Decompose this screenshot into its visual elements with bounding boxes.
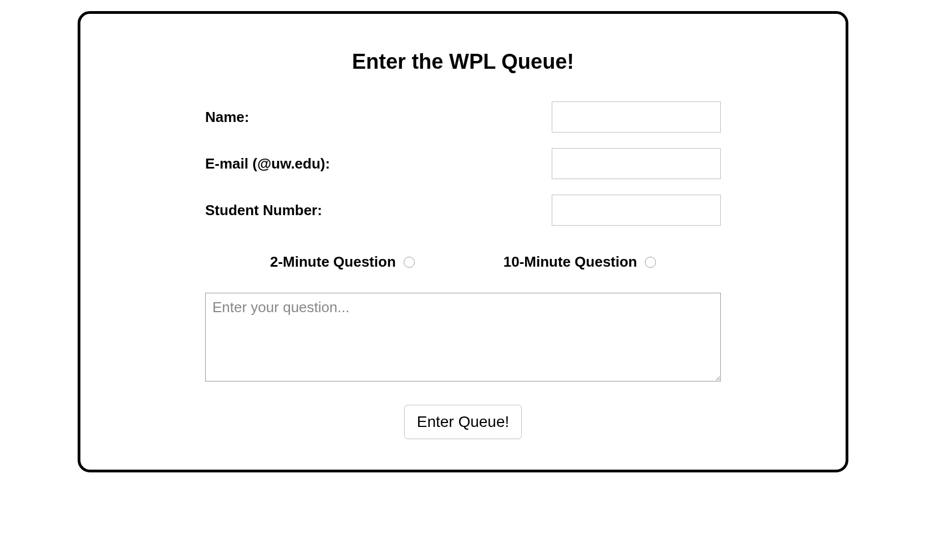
email-input[interactable]	[552, 148, 721, 179]
name-field-row: Name:	[205, 101, 721, 133]
question-input[interactable]	[205, 293, 721, 381]
question-type-2min-group: 2-Minute Question	[270, 253, 415, 271]
name-label: Name:	[205, 109, 249, 126]
form-title: Enter the WPL Queue!	[103, 50, 823, 74]
form-body: Name: E-mail (@uw.edu): Student Number: …	[205, 101, 721, 439]
student-number-label: Student Number:	[205, 202, 322, 219]
question-type-2min-label: 2-Minute Question	[270, 253, 396, 271]
question-type-row: 2-Minute Question 10-Minute Question	[205, 253, 721, 271]
question-type-10min-label: 10-Minute Question	[503, 253, 637, 271]
email-label: E-mail (@uw.edu):	[205, 155, 330, 172]
question-type-10min-group: 10-Minute Question	[503, 253, 656, 271]
student-number-field-row: Student Number:	[205, 195, 721, 226]
question-type-2min-radio[interactable]	[404, 257, 415, 268]
enter-queue-button[interactable]: Enter Queue!	[404, 405, 522, 439]
question-type-10min-radio[interactable]	[645, 257, 656, 268]
email-field-row: E-mail (@uw.edu):	[205, 148, 721, 179]
student-number-input[interactable]	[552, 195, 721, 226]
submit-row: Enter Queue!	[205, 405, 721, 439]
queue-form-container: Enter the WPL Queue! Name: E-mail (@uw.e…	[78, 11, 848, 472]
name-input[interactable]	[552, 101, 721, 133]
